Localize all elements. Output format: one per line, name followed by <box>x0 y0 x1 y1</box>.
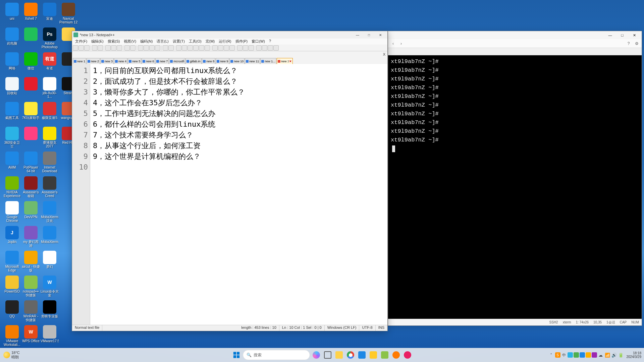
menu-item[interactable]: 设置(T) <box>171 39 186 45</box>
desktop-icon[interactable]: VMware17.5 <box>40 325 59 349</box>
terminal-max-button[interactable]: □ <box>616 32 628 39</box>
toolbar-button[interactable] <box>249 45 254 51</box>
desktop-icon[interactable]: 微信 <box>21 52 40 76</box>
editor-tab[interactable]: new 3 <box>100 58 114 64</box>
start-button[interactable] <box>231 350 241 360</box>
taskbar-app3[interactable] <box>391 350 401 360</box>
desktop-icon[interactable]: aircut - 快捷版 <box>21 251 40 275</box>
desktop-icon[interactable] <box>21 127 40 151</box>
desktop-icon[interactable]: Navicat Premium 12 <box>59 3 78 27</box>
editor-tab[interactable]: gitlab.ini... <box>185 58 202 64</box>
taskbar-app1[interactable] <box>357 350 367 360</box>
desktop-icon[interactable]: DevVPN <box>21 201 40 225</box>
toolbar-button[interactable] <box>78 45 84 51</box>
menu-item[interactable]: 编辑(E) <box>90 39 105 45</box>
taskbar-explorer[interactable] <box>334 350 344 360</box>
desktop-icon[interactable]: uni <box>3 3 21 27</box>
notepadpp-code-area[interactable]: 1，问目前的互联网公司都用linux系统么？ 2，面试成功了，但是技术不行会被辞… <box>90 64 387 325</box>
editor-tab[interactable]: new 8 <box>202 58 215 64</box>
taskbar-tray[interactable]: ˄ S 中 ☁ 📶 🔊 🔋 18:18 2024/3/29 <box>548 351 642 359</box>
toolbar-button[interactable] <box>262 45 267 51</box>
desktop-icon[interactable]: VMware Workstati... <box>3 325 21 349</box>
tray-ime-badge[interactable]: S <box>555 352 560 358</box>
notepadpp-titlebar[interactable]: *new 13 - Notepad++ — □ ✕ <box>72 31 387 39</box>
tray-onedrive-icon[interactable]: ☁ <box>598 352 604 358</box>
toolbar-button[interactable] <box>73 45 78 51</box>
toolbar-button[interactable] <box>92 45 97 51</box>
notepadpp-secondary-close[interactable]: X <box>383 52 385 56</box>
taskbar-search[interactable]: 🔍 搜索 <box>243 350 310 360</box>
desktop-icon[interactable]: JJoplin <box>3 226 21 250</box>
tray-volume-icon[interactable]: 🔊 <box>611 352 617 358</box>
tray-wifi-icon[interactable]: 📶 <box>604 352 610 358</box>
menu-item[interactable]: 文件(F) <box>73 39 89 45</box>
desktop-icon[interactable]: Google Chrome <box>3 201 21 225</box>
editor-tab[interactable]: new 2 <box>87 58 100 64</box>
terminal-gear-icon[interactable]: ⚙ <box>634 41 640 47</box>
toolbar-button[interactable] <box>105 45 111 51</box>
desktop-icon[interactable]: QQ <box>3 300 21 324</box>
desktop-icon[interactable]: Internet Download <box>40 152 59 176</box>
desktop-icon[interactable] <box>21 27 40 52</box>
toolbar-button[interactable] <box>176 45 181 51</box>
desktop-icon[interactable]: WinRAR - 快捷版 <box>21 300 40 324</box>
menu-item[interactable]: 工具(O) <box>187 39 203 45</box>
terminal-titlebar[interactable]: — □ ✕ <box>388 31 642 39</box>
editor-tab[interactable]: new 9 <box>216 58 229 64</box>
desktop-icon[interactable]: NVIDIA Experience <box>3 176 21 200</box>
desktop-icon[interactable]: 赛博朋克2077 <box>40 127 59 151</box>
desktop-icon[interactable] <box>21 77 40 101</box>
menu-item[interactable]: 编码(N) <box>139 39 154 45</box>
editor-tab[interactable]: new 13✕ <box>277 58 293 64</box>
toolbar-button[interactable] <box>187 45 193 51</box>
notepadpp-editor[interactable]: 12345678910 1，问目前的互联网公司都用linux系统么？ 2，面试成… <box>72 64 387 325</box>
taskbar-clock[interactable]: 18:18 2024/3/29 <box>627 351 642 359</box>
desktop-icon[interactable]: WWPS Office <box>21 325 40 349</box>
editor-tab[interactable]: new 4 <box>114 58 127 64</box>
notepadpp-window[interactable]: *new 13 - Notepad++ — □ ✕ 文件(F)编辑(E)搜索(S… <box>72 31 388 331</box>
menu-item[interactable]: 插件(P) <box>234 39 250 45</box>
desktop-icon[interactable]: 360安全卫士 <box>3 127 21 151</box>
desktop-icon[interactable]: my 梦幻西游 <box>21 226 40 250</box>
desktop-icon[interactable]: 回收站 <box>3 77 21 101</box>
notepadpp-min-button[interactable]: — <box>352 32 363 38</box>
editor-tab[interactable]: new 11 <box>245 58 260 64</box>
terminal-tabstrip[interactable] <box>388 48 642 55</box>
tray-pill4[interactable] <box>586 352 591 358</box>
menu-item[interactable]: 搜索(S) <box>106 39 122 45</box>
notepadpp-max-button[interactable]: □ <box>363 32 375 38</box>
desktop-icon[interactable]: 富途 <box>40 3 59 27</box>
desktop-icon[interactable]: 剪映专业版 <box>40 300 59 324</box>
toolbar-button[interactable] <box>117 45 122 51</box>
toolbar-button[interactable] <box>144 45 149 51</box>
editor-tab[interactable]: new 1 <box>73 58 86 64</box>
desktop-icon[interactable]: AliIM <box>3 152 21 176</box>
desktop-icon[interactable]: PsAdobe Photoshop <box>40 27 59 52</box>
toolbar-button[interactable] <box>268 45 273 51</box>
terminal-window[interactable]: — □ ✕ ‹ › ? ⚙ xt9l9ab7nZ ~]# xt9l9ab7nZ … <box>388 31 642 326</box>
terminal-body[interactable]: xt9l9ab7nZ ~]# xt9l9ab7nZ ~]# xt9l9ab7nZ… <box>388 55 642 319</box>
toolbar-button[interactable] <box>212 45 218 51</box>
taskbar-app4[interactable] <box>402 350 413 360</box>
menu-item[interactable]: 视图(V) <box>122 39 138 45</box>
desktop-icon[interactable]: Xshell 7 <box>21 3 40 27</box>
toolbar-button[interactable] <box>229 45 235 51</box>
menu-item[interactable]: 宏(M) <box>204 39 217 45</box>
toolbar-button[interactable] <box>205 45 210 51</box>
toolbar-button[interactable] <box>138 45 143 51</box>
toolbar-button[interactable] <box>273 45 279 51</box>
toolbar-button[interactable] <box>155 45 160 51</box>
notepadpp-menubar[interactable]: 文件(F)编辑(E)搜索(S)视图(V)编码(N)语言(L)设置(T)工具(O)… <box>72 39 387 45</box>
desktop-icon[interactable]: MobaXterm 汉化 <box>40 201 59 225</box>
taskbar-chrome[interactable] <box>345 350 356 360</box>
tray-pill5[interactable] <box>592 352 597 358</box>
taskbar-taskview[interactable] <box>323 350 333 360</box>
toolbar-button[interactable] <box>193 45 199 51</box>
terminal-close-button[interactable]: ✕ <box>628 32 640 39</box>
desktop-icon[interactable]: WLinux命令大全 <box>40 276 59 300</box>
toolbar-button[interactable] <box>149 45 155 51</box>
tray-chevron-icon[interactable]: ˄ <box>548 352 554 358</box>
menu-item[interactable]: ? <box>267 39 273 45</box>
tray-battery-icon[interactable]: 🔋 <box>618 352 624 358</box>
toolbar-button[interactable] <box>168 45 174 51</box>
